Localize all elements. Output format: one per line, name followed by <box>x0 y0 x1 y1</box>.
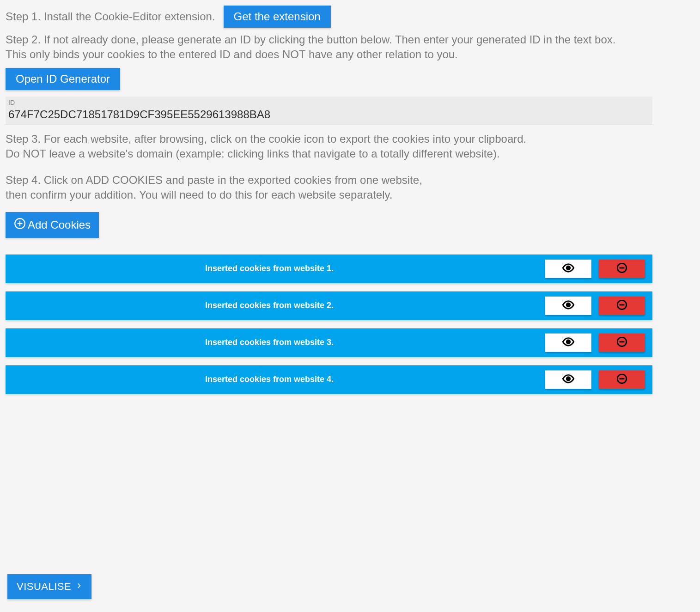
delete-cookie-button[interactable] <box>599 370 645 389</box>
id-input[interactable] <box>8 108 650 121</box>
cookie-row-actions <box>545 297 652 315</box>
step1-text: Step 1. Install the Cookie-Editor extens… <box>6 9 215 24</box>
delete-cookie-button[interactable] <box>599 333 645 352</box>
eye-icon <box>562 372 575 387</box>
svg-point-12 <box>566 377 570 380</box>
open-id-generator-button[interactable]: Open ID Generator <box>6 68 120 90</box>
cookie-row[interactable]: Inserted cookies from website 4. <box>6 365 652 394</box>
view-cookie-button[interactable] <box>545 260 591 278</box>
cookie-row-label: Inserted cookies from website 2. <box>205 300 334 311</box>
minus-circle-icon <box>616 373 628 386</box>
minus-circle-icon <box>616 336 628 349</box>
view-cookie-button[interactable] <box>545 333 591 352</box>
view-cookie-button[interactable] <box>545 297 591 315</box>
delete-cookie-button[interactable] <box>599 260 645 278</box>
visualise-label: VISUALISE <box>17 581 71 593</box>
minus-circle-icon <box>616 299 628 312</box>
cookie-row[interactable]: Inserted cookies from website 1. <box>6 254 652 283</box>
cookie-rows-container: Inserted cookies from website 1.Inserted… <box>6 254 652 394</box>
eye-icon <box>562 298 575 313</box>
eye-icon <box>562 335 575 350</box>
cookie-row-actions <box>545 260 652 278</box>
cookie-row-label: Inserted cookies from website 3. <box>205 337 334 348</box>
minus-circle-icon <box>616 262 628 275</box>
delete-cookie-button[interactable] <box>599 297 645 315</box>
visualise-button[interactable]: VISUALISE <box>7 574 91 599</box>
id-field-container: ID <box>6 97 652 125</box>
plus-circle-icon <box>14 218 26 232</box>
svg-point-3 <box>566 266 570 269</box>
step3-text: Step 3. For each website, after browsing… <box>6 132 694 162</box>
id-label: ID <box>8 98 650 107</box>
cookie-row[interactable]: Inserted cookies from website 2. <box>6 291 652 320</box>
view-cookie-button[interactable] <box>545 370 591 389</box>
svg-point-9 <box>566 340 570 343</box>
svg-point-6 <box>566 303 570 306</box>
cookie-row-actions <box>545 370 652 389</box>
cookie-row-label: Inserted cookies from website 1. <box>205 263 334 274</box>
add-cookies-label: Add Cookies <box>28 218 91 231</box>
eye-icon <box>562 261 575 276</box>
get-extension-button[interactable]: Get the extension <box>224 6 331 28</box>
cookie-row-label: Inserted cookies from website 4. <box>205 374 334 385</box>
chevron-right-icon <box>76 581 82 593</box>
cookie-row-actions <box>545 333 652 352</box>
step2-text: Step 2. If not already done, please gene… <box>6 32 694 62</box>
step4-text: Step 4. Click on ADD COOKIES and paste i… <box>6 173 694 203</box>
cookie-row[interactable]: Inserted cookies from website 3. <box>6 328 652 357</box>
add-cookies-button[interactable]: Add Cookies <box>6 212 99 238</box>
